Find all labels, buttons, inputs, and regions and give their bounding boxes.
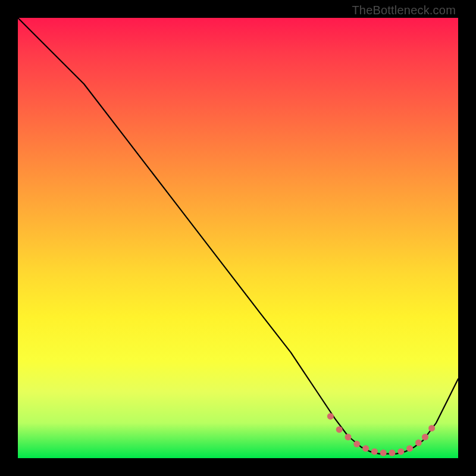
marker-dot xyxy=(362,445,369,452)
marker-dot xyxy=(406,445,413,452)
marker-dot xyxy=(336,426,343,433)
marker-dot xyxy=(428,425,435,431)
watermark-text: TheBottleneck.com xyxy=(352,4,456,17)
marker-dot xyxy=(327,413,334,419)
plot-area xyxy=(18,18,458,458)
marker-dot xyxy=(397,448,404,455)
marker-dot xyxy=(422,434,428,440)
marker-dot xyxy=(415,440,422,446)
marker-dot xyxy=(380,450,387,456)
bottleneck-curve xyxy=(18,18,458,454)
marker-dot xyxy=(371,448,378,455)
chart-svg xyxy=(18,18,458,458)
optimal-range-markers xyxy=(327,413,435,456)
chart-frame: TheBottleneck.com xyxy=(0,0,476,476)
marker-dot xyxy=(345,434,352,440)
marker-dot xyxy=(353,441,360,447)
marker-dot xyxy=(389,450,396,456)
